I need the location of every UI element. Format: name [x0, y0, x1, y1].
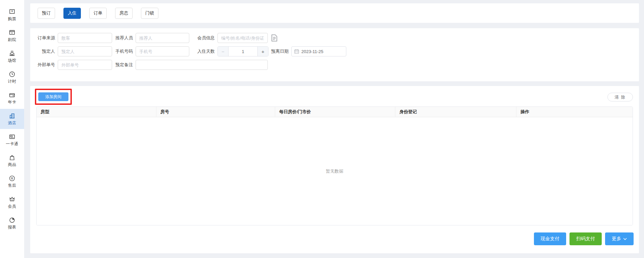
sidebar-item-label: 商品: [0, 162, 24, 168]
member-icon: [0, 195, 24, 203]
goods-icon: [0, 153, 24, 161]
after-sale-icon: 售: [0, 174, 24, 182]
sidebar-item-goods[interactable]: 商品: [0, 150, 24, 171]
member-info-label: 会员信息: [189, 35, 215, 41]
form-row-3: 外部单号 预定备注: [30, 60, 639, 70]
annotation-red-rectangle: 添加房间: [35, 89, 72, 105]
more-button[interactable]: 更多: [605, 232, 634, 245]
add-room-button[interactable]: 添加房间: [38, 92, 68, 101]
scan-pay-button[interactable]: 扫码支付: [569, 232, 602, 245]
order-source-label: 订单来源: [30, 35, 55, 41]
cash-pay-button[interactable]: 现金支付: [534, 232, 566, 245]
sidebar-item-annual-card[interactable]: 年卡: [0, 88, 24, 108]
sidebar-item-label: 酒店: [0, 120, 24, 126]
svg-text:售: 售: [11, 177, 13, 180]
order-source-input[interactable]: [58, 33, 112, 43]
external-no-label: 外部单号: [30, 62, 55, 68]
stay-days-stepper: − +: [217, 46, 268, 56]
rooms-table-body: 暂无数据: [37, 117, 633, 225]
module-tabs-bar: 预订 入住 订单 房态 门锁: [30, 3, 639, 23]
sidebar-item-label: 计时: [0, 79, 24, 84]
referrer-label: 推荐人员: [112, 35, 133, 41]
timer-icon: [0, 70, 24, 78]
departure-date-picker[interactable]: 2023-11-25: [291, 46, 346, 56]
sidebar-item-label: 购票: [0, 16, 24, 22]
report-icon: [0, 216, 24, 224]
sidebar-item-label: 一卡通: [0, 141, 24, 147]
chevron-down-icon: [623, 238, 627, 240]
phone-input[interactable]: [136, 46, 189, 56]
tab-reserve[interactable]: 预订: [38, 8, 55, 19]
phone-label: 手机号码: [112, 48, 133, 54]
departure-date-label: 预离日期: [268, 48, 289, 54]
column-header-room-type: 房型: [37, 107, 156, 117]
departure-date-value: 2023-11-25: [301, 49, 324, 54]
sidebar-item-member[interactable]: 会员: [0, 192, 24, 212]
clear-button[interactable]: 清 除: [607, 93, 633, 101]
sidebar-item-theater[interactable]: 剧院: [0, 26, 24, 46]
column-header-room-number: 房号: [156, 107, 275, 117]
sidebar-item-label: 售后: [0, 183, 24, 188]
form-row-2: 预定人 手机号码 入住天数 − + 预离日期 2023-11-25: [30, 46, 639, 56]
stay-days-label: 入住天数: [189, 48, 215, 54]
sidebar-item-label: 年卡: [0, 99, 24, 105]
column-header-identity: 身份登记: [395, 107, 516, 117]
theater-icon: [0, 28, 24, 36]
remark-input[interactable]: [136, 60, 268, 70]
sidebar-item-after-sale[interactable]: 售 售后: [0, 171, 24, 191]
form-row-1: 订单来源 推荐人员 会员信息: [30, 33, 639, 43]
room-list-panel: 添加房间 清 除 房型 房号 每日房价/门市价 身份登记 操作 暂无数据 现金支…: [30, 86, 639, 253]
column-header-daily-price: 每日房价/门市价: [275, 107, 395, 117]
sidebar-item-timing[interactable]: 计时: [0, 67, 24, 87]
column-header-actions: 操作: [516, 107, 633, 117]
payment-actions: 现金支付 扫码支付 更多: [534, 232, 634, 245]
sidebar-item-label: 报表: [0, 224, 24, 230]
remark-label: 预定备注: [112, 62, 133, 68]
sidebar-item-pass-card[interactable]: 一卡通: [0, 130, 24, 150]
sidebar-item-label: 剧院: [0, 37, 24, 43]
tab-door-lock[interactable]: 门锁: [141, 8, 158, 19]
rooms-table: 房型 房号 每日房价/门市价 身份登记 操作 暂无数据: [36, 106, 633, 225]
external-no-input[interactable]: [58, 60, 112, 70]
tab-orders[interactable]: 订单: [89, 8, 107, 19]
pass-card-icon: [0, 132, 24, 140]
sidebar-item-venue[interactable]: 场馆: [0, 46, 24, 67]
sidebar: ¥ 购票 剧院 场馆: [0, 0, 24, 258]
minus-icon[interactable]: −: [218, 47, 229, 56]
plus-icon[interactable]: +: [257, 47, 268, 56]
content-area: 预订 入住 订单 房态 门锁 订单来源 推荐人员 会员信息 预定人 手机号码: [30, 0, 639, 258]
sidebar-item-label: 场馆: [0, 58, 24, 63]
tab-room-status[interactable]: 房态: [115, 8, 133, 19]
stay-days-input[interactable]: [229, 47, 257, 56]
booker-input[interactable]: [58, 46, 112, 56]
sidebar-item-tickets[interactable]: ¥ 购票: [0, 5, 24, 25]
more-button-label: 更多: [612, 236, 621, 242]
svg-text:¥: ¥: [11, 10, 13, 13]
sidebar-item-report[interactable]: 报表: [0, 213, 24, 233]
empty-state-text: 暂无数据: [326, 168, 343, 174]
sidebar-item-hotel[interactable]: 酒店: [0, 109, 24, 129]
member-info-input[interactable]: [217, 33, 268, 43]
ticket-icon: ¥: [0, 7, 24, 15]
id-card-reader-icon[interactable]: [271, 34, 278, 42]
booker-label: 预定人: [30, 48, 55, 54]
referrer-input[interactable]: [136, 33, 189, 43]
sidebar-item-label: 会员: [0, 204, 24, 209]
venue-icon: [0, 49, 24, 57]
annual-card-icon: [0, 91, 24, 99]
tab-checkin[interactable]: 入住: [63, 8, 81, 19]
calendar-icon: [294, 49, 301, 54]
booking-form: 订单来源 推荐人员 会员信息 预定人 手机号码 入住天数 − +: [30, 28, 639, 81]
rooms-table-header: 房型 房号 每日房价/门市价 身份登记 操作: [37, 107, 633, 117]
hotel-icon: [0, 112, 24, 120]
